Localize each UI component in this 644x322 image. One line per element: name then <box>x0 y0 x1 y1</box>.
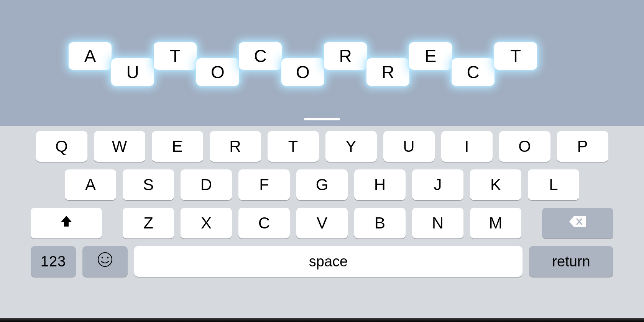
key-p[interactable]: P <box>557 131 608 162</box>
key-e[interactable]: E <box>152 131 203 162</box>
key-k[interactable]: K <box>470 169 521 200</box>
row2-right-pad <box>586 169 610 200</box>
key-o[interactable]: O <box>499 131 550 162</box>
backspace-icon <box>568 214 587 232</box>
key-d[interactable]: D <box>181 169 232 200</box>
hero-tile-r-6: R <box>324 42 367 70</box>
return-key[interactable]: return <box>529 246 613 277</box>
key-v[interactable]: V <box>296 208 348 238</box>
hero-area: AUTOCORRECT <box>0 0 644 126</box>
row2-left-pad <box>34 169 58 200</box>
key-i[interactable]: I <box>441 131 493 162</box>
key-y[interactable]: Y <box>325 131 377 162</box>
emoji-icon <box>97 251 113 271</box>
key-c[interactable]: C <box>238 208 290 238</box>
key-g[interactable]: G <box>296 169 348 200</box>
keyboard-row-1: QWERTYUIOP <box>0 131 644 162</box>
key-n[interactable]: N <box>412 208 463 238</box>
key-a[interactable]: A <box>65 169 116 200</box>
backspace-key[interactable] <box>542 208 613 238</box>
key-s[interactable]: S <box>123 169 174 200</box>
key-b[interactable]: B <box>354 208 406 238</box>
hero-tile-e-8: E <box>409 42 452 70</box>
key-x[interactable]: X <box>181 208 232 238</box>
svg-point-2 <box>102 257 103 258</box>
keyboard-handle[interactable] <box>304 118 340 120</box>
svg-point-3 <box>107 257 108 258</box>
shift-key[interactable] <box>31 208 102 238</box>
key-u[interactable]: U <box>383 131 435 162</box>
bottom-edge <box>0 318 644 322</box>
keyboard-row-4: 123 space return <box>0 246 644 277</box>
key-r[interactable]: R <box>210 131 261 162</box>
keyboard-row-2: ASDFGHJKL <box>0 169 644 200</box>
hero-tile-c-4: C <box>239 42 282 70</box>
onscreen-keyboard: QWERTYUIOP ASDFGHJKL ZXCVBNM 123 space r… <box>0 126 644 322</box>
shift-icon <box>59 214 74 233</box>
hero-tile-a-0: A <box>69 42 112 70</box>
key-m[interactable]: M <box>470 208 521 238</box>
hero-tile-t-2: T <box>154 42 197 70</box>
key-j[interactable]: J <box>412 169 463 200</box>
hero-tile-c-9: C <box>452 58 495 86</box>
key-h[interactable]: H <box>354 169 406 200</box>
hero-tile-r-7: R <box>366 58 409 86</box>
key-q[interactable]: Q <box>36 131 87 162</box>
key-l[interactable]: L <box>528 169 579 200</box>
key-z[interactable]: Z <box>123 208 174 238</box>
space-key[interactable]: space <box>134 246 522 277</box>
keyboard-row-3: ZXCVBNM <box>0 208 644 238</box>
key-w[interactable]: W <box>94 131 145 162</box>
hero-tile-o-5: O <box>281 58 324 86</box>
numbers-key[interactable]: 123 <box>31 246 76 277</box>
hero-tile-u-1: U <box>111 58 154 86</box>
key-f[interactable]: F <box>238 169 290 200</box>
hero-tile-t-10: T <box>494 42 537 70</box>
hero-tile-o-3: O <box>196 58 239 86</box>
emoji-key[interactable] <box>82 246 128 277</box>
svg-point-1 <box>98 253 112 266</box>
key-t[interactable]: T <box>268 131 319 162</box>
